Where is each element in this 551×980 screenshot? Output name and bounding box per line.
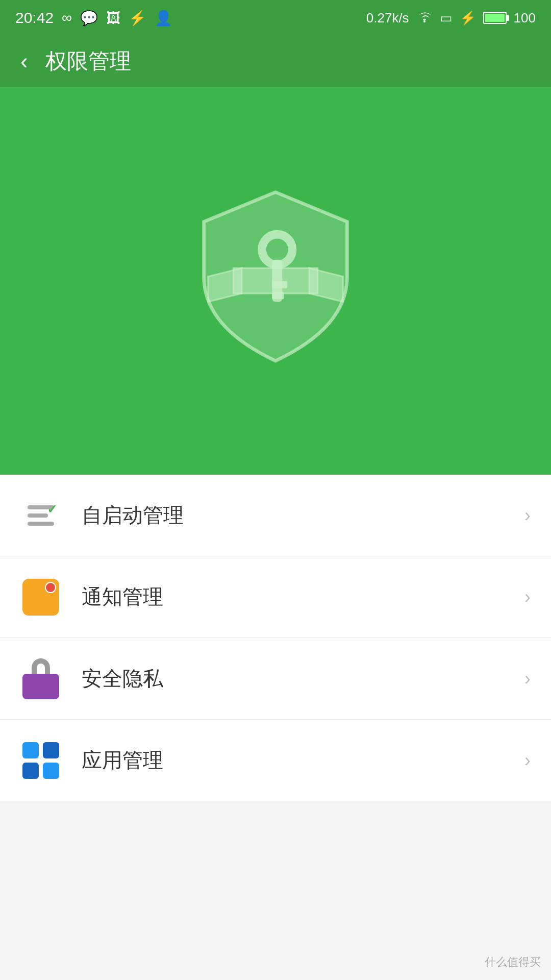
image-icon: 🖼 — [106, 10, 120, 27]
security-icon — [20, 658, 61, 699]
notification-chevron: › — [524, 586, 531, 608]
status-bar: 20:42 ∞ 💬 🖼 ⚡ 👤 0.27k/s ▭ ⚡ 100 — [0, 0, 551, 36]
battery-level: 100 — [514, 10, 536, 26]
network-speed: 0.27k/s — [366, 10, 409, 26]
autostart-label: 自启动管理 — [82, 501, 524, 529]
wifi-icon — [416, 10, 433, 27]
status-left: 20:42 ∞ 💬 🖼 ⚡ 👤 — [15, 9, 172, 27]
menu-item-appmanage[interactable]: 应用管理 › — [0, 720, 551, 801]
svg-rect-5 — [272, 281, 287, 288]
menu-item-security[interactable]: 安全隐私 › — [0, 638, 551, 720]
status-right: 0.27k/s ▭ ⚡ 100 — [366, 10, 536, 27]
menu-list: ✓ 自启动管理 › 通知管理 › 安全隐私 › — [0, 475, 551, 801]
appmanage-chevron: › — [524, 750, 531, 771]
usb-icon: ⚡ — [129, 10, 146, 27]
security-chevron: › — [524, 668, 531, 690]
svg-rect-6 — [272, 291, 284, 299]
appmanage-label: 应用管理 — [82, 746, 524, 774]
menu-item-autostart[interactable]: ✓ 自启动管理 › — [0, 475, 551, 556]
page-title: 权限管理 — [45, 47, 131, 76]
shield-icon — [189, 184, 362, 378]
message-icon: 💬 — [80, 10, 98, 27]
bolt-icon: ⚡ — [460, 10, 476, 26]
security-label: 安全隐私 — [82, 665, 524, 693]
battery-icon — [483, 12, 507, 24]
notification-icon — [20, 577, 61, 618]
appmanage-icon — [20, 740, 61, 781]
menu-item-notification[interactable]: 通知管理 › — [0, 556, 551, 638]
hero-section — [0, 87, 551, 475]
status-time: 20:42 — [15, 9, 54, 27]
autostart-chevron: › — [524, 505, 531, 526]
person-icon: 👤 — [155, 10, 172, 27]
svg-point-0 — [423, 20, 425, 22]
watermark: 什么值得买 — [485, 954, 541, 970]
back-button[interactable]: ‹ — [15, 43, 33, 79]
autostart-icon: ✓ — [20, 495, 61, 536]
top-bar: ‹ 权限管理 — [0, 36, 551, 87]
infinite-icon: ∞ — [62, 10, 72, 26]
notification-label: 通知管理 — [82, 583, 524, 611]
signal-icon: ▭ — [440, 10, 453, 26]
